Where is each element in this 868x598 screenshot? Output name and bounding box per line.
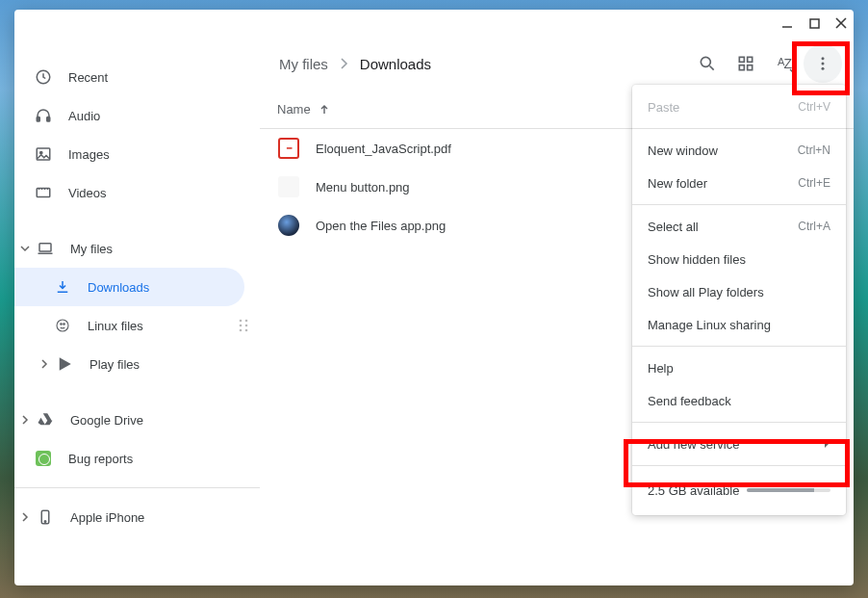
sidebar-label: My files <box>70 242 113 256</box>
sidebar-label: Recent <box>68 70 108 85</box>
sidebar-label: Bug reports <box>68 452 133 466</box>
sidebar-separator <box>14 487 260 488</box>
menu-item-show-play[interactable]: Show all Play folders <box>632 275 846 308</box>
headphones-icon <box>34 106 53 125</box>
drive-icon <box>36 410 55 429</box>
drag-handle-icon[interactable] <box>239 319 248 332</box>
sidebar-item-iphone[interactable]: Apple iPhone <box>14 498 260 536</box>
maximize-button[interactable] <box>807 16 821 30</box>
breadcrumb-current: Downloads <box>360 56 431 72</box>
sidebar-label: Play files <box>89 357 140 372</box>
menu-item-new-window[interactable]: New window Ctrl+N <box>632 134 846 167</box>
sidebar-label: Downloads <box>88 280 149 295</box>
sidebar-item-playfiles[interactable]: Play files <box>14 345 260 383</box>
chevron-right-icon <box>39 359 51 369</box>
svg-point-12 <box>61 324 63 325</box>
sidebar: Recent Audio Images Videos <box>14 37 260 585</box>
menu-item-add-service[interactable]: Add new service <box>632 428 846 460</box>
sort-button[interactable]: AZ <box>765 44 804 83</box>
svg-point-13 <box>64 324 65 325</box>
svg-point-19 <box>245 329 248 332</box>
menu-item-paste: Paste Ctrl+V <box>632 91 846 123</box>
svg-rect-23 <box>739 57 744 62</box>
svg-point-18 <box>240 329 243 332</box>
chevron-right-icon <box>340 58 348 69</box>
linux-icon <box>53 316 72 335</box>
files-window: Recent Audio Images Videos <box>14 10 854 585</box>
laptop-icon <box>36 239 55 258</box>
sidebar-item-videos[interactable]: Videos <box>14 173 260 212</box>
menu-item-new-folder[interactable]: New folder Ctrl+E <box>632 167 846 199</box>
play-icon <box>55 354 74 374</box>
svg-point-14 <box>240 320 243 323</box>
window-titlebar <box>14 10 854 37</box>
menu-item-show-hidden[interactable]: Show hidden files <box>632 243 846 275</box>
sidebar-label: Videos <box>68 186 107 200</box>
sidebar-label: Images <box>68 147 110 162</box>
menu-item-linux-sharing[interactable]: Manage Linux sharing <box>632 308 846 341</box>
sidebar-item-googledrive[interactable]: Google Drive <box>14 401 260 439</box>
download-icon <box>53 277 72 297</box>
svg-rect-26 <box>748 65 753 70</box>
storage-bar <box>747 488 830 492</box>
menu-storage-indicator: 2.5 GB available <box>632 471 846 509</box>
sidebar-label: Apple iPhone <box>70 510 144 525</box>
sidebar-label: Google Drive <box>70 413 143 428</box>
sidebar-item-downloads[interactable]: Downloads <box>14 268 244 306</box>
image-thumb-icon <box>277 175 300 198</box>
sidebar-label: Linux files <box>88 319 143 333</box>
sidebar-item-bugreports[interactable]: Bug reports <box>14 439 260 478</box>
search-button[interactable] <box>688 44 727 83</box>
image-icon <box>34 144 53 164</box>
toolbar: My files Downloads AZ <box>260 37 854 91</box>
menu-item-select-all[interactable]: Select all Ctrl+A <box>632 210 846 243</box>
more-menu: Paste Ctrl+V New window Ctrl+N New folde… <box>632 85 846 515</box>
chevron-right-icon <box>823 439 830 449</box>
minimize-button[interactable] <box>780 16 794 30</box>
svg-point-27 <box>822 57 825 60</box>
chevron-right-icon <box>20 512 32 522</box>
sidebar-label: Audio <box>68 109 100 123</box>
storage-bar-fill <box>747 488 813 492</box>
svg-rect-5 <box>37 117 39 122</box>
svg-point-28 <box>822 63 825 65</box>
film-icon <box>34 183 53 202</box>
clock-icon <box>34 67 53 87</box>
chevron-right-icon <box>20 415 32 425</box>
svg-point-21 <box>44 521 46 523</box>
android-icon <box>34 449 53 468</box>
sidebar-item-audio[interactable]: Audio <box>14 96 260 135</box>
phone-icon <box>36 507 55 527</box>
svg-point-8 <box>40 151 42 153</box>
svg-rect-10 <box>39 244 51 251</box>
svg-point-15 <box>245 320 248 323</box>
chevron-down-icon <box>20 244 32 253</box>
view-grid-button[interactable] <box>727 44 765 83</box>
sort-asc-icon <box>319 104 330 116</box>
storage-label: 2.5 GB available <box>648 483 739 498</box>
image-thumb-icon <box>277 214 300 237</box>
menu-item-help[interactable]: Help <box>632 351 846 384</box>
svg-rect-6 <box>47 117 50 122</box>
sidebar-item-linux[interactable]: Linux files <box>14 306 260 345</box>
breadcrumb: My files Downloads <box>279 56 431 72</box>
breadcrumb-root[interactable]: My files <box>279 56 328 72</box>
svg-point-22 <box>701 57 710 66</box>
svg-rect-1 <box>810 19 819 28</box>
close-button[interactable] <box>834 16 848 30</box>
svg-point-17 <box>245 325 248 327</box>
svg-rect-24 <box>748 57 753 62</box>
sidebar-item-recent[interactable]: Recent <box>14 58 260 96</box>
svg-rect-25 <box>739 65 744 70</box>
svg-point-29 <box>822 67 825 70</box>
sidebar-item-myfiles[interactable]: My files <box>14 229 260 268</box>
menu-item-feedback[interactable]: Send feedback <box>632 384 846 417</box>
pdf-icon: ━ <box>277 137 300 160</box>
sidebar-item-images[interactable]: Images <box>14 135 260 173</box>
more-menu-button[interactable] <box>804 44 842 83</box>
svg-point-16 <box>240 325 243 327</box>
svg-point-11 <box>57 320 68 331</box>
